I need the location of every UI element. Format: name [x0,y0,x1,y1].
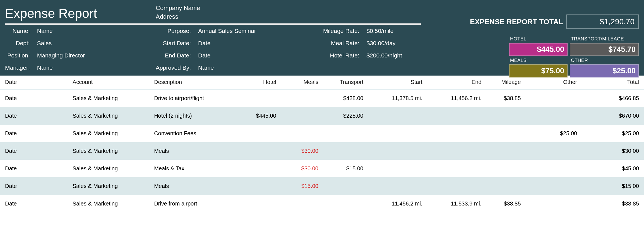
cell-start [368,142,427,160]
table-row: DateSales & MarketingMeals & Taxi$30.00$… [0,160,644,177]
summary-meals: MEALS $75.00 [509,58,568,78]
cell-account: Sales & Marketing [68,195,149,212]
cell-total: $466.85 [582,89,644,107]
cell-total: $30.00 [582,142,644,160]
cell-meals [281,195,323,212]
cell-start [368,177,427,195]
summary-other-value: $25.00 [570,64,639,78]
page-title: Expense Report [5,4,156,20]
cell-other [526,160,582,177]
cell-transport: $428.00 [323,89,368,107]
cell-total: $45.00 [582,160,644,177]
cell-meals [281,125,323,142]
summary-other: OTHER $25.00 [570,58,639,78]
cell-meals: $30.00 [281,160,323,177]
cell-other [526,195,582,212]
cell-date: Date [0,107,68,125]
cell-end [427,177,487,195]
expense-table: Date Account Description Hotel Meals Tra… [0,76,644,212]
info-approved-value: Name [198,64,323,71]
info-purpose-value: Annual Sales Seminar [198,28,323,34]
info-hotelrate-label: Hotel Rate: [323,52,359,59]
summary-meals-label: MEALS [509,58,568,63]
cell-meals [281,107,323,125]
cell-other [526,142,582,160]
table-row: DateSales & MarketingMeals$15.00$15.00 [0,177,644,195]
cell-date: Date [0,177,68,195]
cell-mileage [487,160,526,177]
cell-transport [323,142,368,160]
cell-end [427,160,487,177]
cell-hotel [239,142,281,160]
summary-hotel: HOTEL $445.00 [509,36,568,56]
cell-transport [323,177,368,195]
cell-date: Date [0,125,68,142]
summary-hotel-value: $445.00 [509,43,568,56]
info-position-value: Managing Director [37,52,156,59]
col-transport: Transport [323,76,368,90]
report-header: Expense Report Company Name Address EXPE… [0,0,644,76]
cell-date: Date [0,89,68,107]
info-mileagerate-label: Mileage Rate: [323,28,359,34]
cell-date: Date [0,160,68,177]
cell-start [368,125,427,142]
cell-total: $38.85 [582,195,644,212]
cell-mileage: $38.85 [487,195,526,212]
col-other: Other [526,76,582,90]
cell-description: Drive to airport/flight [149,89,239,107]
cell-hotel [239,160,281,177]
cell-transport [323,125,368,142]
cell-description: Drive from airport [149,195,239,212]
cell-mileage [487,177,526,195]
col-mileage: Mileage [487,76,526,90]
info-name-label: Name: [5,28,30,34]
info-startdate-label: Start Date: [156,40,191,47]
cell-other [526,89,582,107]
table-row: DateSales & MarketingConvention Fees$25.… [0,125,644,142]
summary-transport: TRANSPORT/MILEAGE $745.70 [570,36,639,56]
grand-total-label: EXPENSE REPORT TOTAL [470,18,563,26]
cell-other [526,107,582,125]
info-mealrate-value: $30.00/day [367,40,429,47]
table-row: DateSales & MarketingHotel (2 nights)$44… [0,107,644,125]
cell-description: Meals & Taxi [149,160,239,177]
table-row: DateSales & MarketingDrive to airport/fl… [0,89,644,107]
cell-transport: $225.00 [323,107,368,125]
header-divider [5,23,421,25]
info-mileagerate-value: $0.50/mile [367,28,429,34]
cell-date: Date [0,142,68,160]
col-end: End [427,76,487,90]
grand-total-value: $1,290.70 [566,14,639,29]
cell-account: Sales & Marketing [68,89,149,107]
info-approved-label: Approved By: [156,64,191,71]
table-row: DateSales & MarketingDrive from airport1… [0,195,644,212]
cell-mileage [487,142,526,160]
cell-description: Hotel (2 nights) [149,107,239,125]
cell-end: 11,533.9 mi. [427,195,487,212]
info-name-value: Name [37,28,156,34]
cell-hotel [239,195,281,212]
cell-start: 11,456.2 mi. [368,195,427,212]
cell-start [368,107,427,125]
info-startdate-value: Date [198,40,323,47]
cell-transport [323,195,368,212]
cell-total: $670.00 [582,107,644,125]
col-description: Description [149,76,239,90]
grand-total: EXPENSE REPORT TOTAL $1,290.70 [470,14,639,29]
cell-meals [281,89,323,107]
summary-transport-value: $745.70 [570,43,639,56]
cell-hotel [239,125,281,142]
info-purpose-label: Purpose: [156,28,191,34]
cell-mileage: $38.85 [487,89,526,107]
cell-account: Sales & Marketing [68,142,149,160]
info-dept-label: Dept: [5,40,30,47]
cell-transport: $15.00 [323,160,368,177]
col-hotel: Hotel [239,76,281,90]
cell-mileage [487,125,526,142]
info-manager-value: Name [37,64,156,71]
cell-end [427,125,487,142]
cell-end [427,142,487,160]
cell-description: Meals [149,177,239,195]
cell-meals: $15.00 [281,177,323,195]
table-header-row: Date Account Description Hotel Meals Tra… [0,76,644,90]
